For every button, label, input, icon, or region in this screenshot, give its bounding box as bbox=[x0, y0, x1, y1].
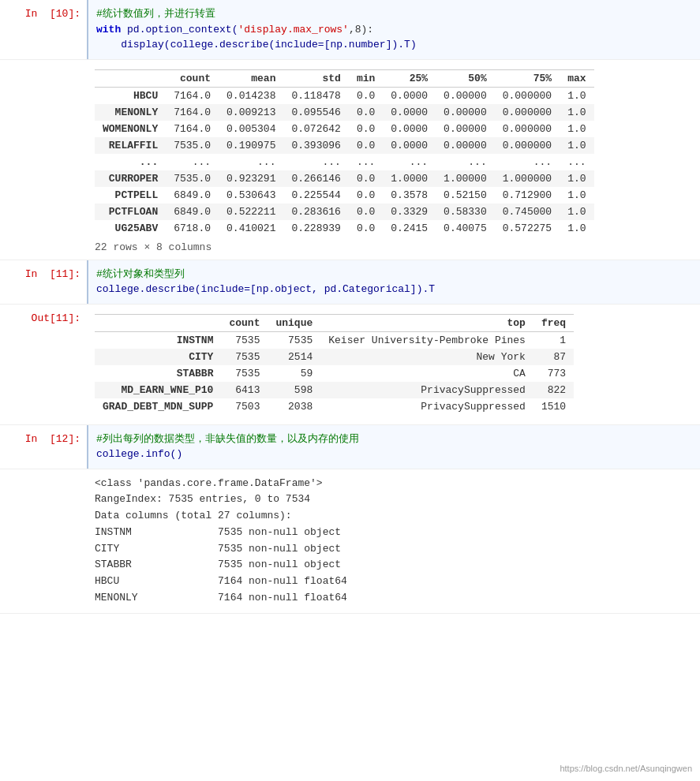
cell: 6849.0 bbox=[166, 204, 219, 220]
cell: 0.745000 bbox=[495, 204, 560, 220]
cell: ... bbox=[560, 154, 593, 170]
cell: 0.0 bbox=[349, 204, 383, 220]
cell: 0.005304 bbox=[219, 121, 283, 137]
cell: 2514 bbox=[268, 349, 320, 365]
cell: 0.0 bbox=[349, 104, 383, 121]
cell: 0.923291 bbox=[219, 170, 283, 187]
cell: 0.283616 bbox=[283, 204, 348, 220]
cell: ... bbox=[495, 154, 560, 170]
cell-label-in10: In [10]: bbox=[0, 0, 87, 59]
cell: ... bbox=[383, 154, 436, 170]
code-in12: #列出每列的数据类型，非缺失值的数量，以及内存的使用 college.info(… bbox=[87, 425, 700, 469]
cell: 0.0 bbox=[349, 137, 383, 154]
cell: 0.410021 bbox=[219, 220, 283, 237]
cell: 7535 bbox=[268, 331, 320, 349]
cell: 0.266146 bbox=[283, 170, 348, 187]
cell: 1.0 bbox=[560, 170, 593, 187]
code-comment-12: #列出每列的数据类型，非缺失值的数量，以及内存的使用 bbox=[96, 432, 692, 447]
cell-in11: In [11]: #统计对象和类型列 college.describe(incl… bbox=[0, 260, 700, 305]
watermark: https://blog.csdn.net/Asunqingwen bbox=[560, 764, 692, 773]
cell: 0.0000 bbox=[383, 121, 436, 137]
cell: 0.393096 bbox=[283, 137, 348, 154]
cell: 0.0 bbox=[349, 87, 383, 104]
cell-out10: count mean std min 25% 50% 75% max HBCU7… bbox=[0, 60, 700, 260]
th-25: 25% bbox=[383, 69, 436, 87]
code-comment-10: #统计数值列，并进行转置 bbox=[96, 6, 692, 22]
cell: 0.00000 bbox=[436, 104, 495, 121]
cell: 1.0 bbox=[560, 87, 593, 104]
th11-freq: freq bbox=[533, 314, 574, 331]
cell: 0.522211 bbox=[219, 204, 283, 220]
cell: ... bbox=[166, 154, 219, 170]
cell-label-out12 bbox=[0, 469, 87, 613]
info-line: <class 'pandas.core.frame.DataFrame'> bbox=[95, 476, 692, 492]
th11-count: count bbox=[221, 314, 268, 331]
cell: 0.0 bbox=[349, 121, 383, 137]
th-mean: mean bbox=[219, 69, 283, 87]
cell: 1.0 bbox=[560, 220, 593, 237]
code-line-12-2: college.info() bbox=[96, 447, 692, 462]
cell: 0.225544 bbox=[283, 187, 348, 204]
cell: New York bbox=[320, 349, 533, 365]
cell: 0.072642 bbox=[283, 121, 348, 137]
info-line: CITY 7535 non-null object bbox=[95, 541, 692, 558]
cell: 7503 bbox=[221, 398, 268, 415]
cell: ... bbox=[283, 154, 348, 170]
cell: 0.000000 bbox=[495, 137, 560, 154]
cell: ... bbox=[436, 154, 495, 170]
th-count: count bbox=[166, 69, 219, 87]
dataframe-11: count unique top freq INSTNM75357535Keis… bbox=[95, 314, 574, 415]
cell: 0.000000 bbox=[495, 104, 560, 121]
code-in11: #统计对象和类型列 college.describe(include=[np.o… bbox=[87, 260, 700, 304]
dataframe-10: count mean std min 25% 50% 75% max HBCU7… bbox=[95, 69, 594, 237]
cell: 0.0 bbox=[349, 187, 383, 204]
cell: 0.0000 bbox=[383, 104, 436, 121]
th-max: max bbox=[560, 69, 593, 87]
notebook: In [10]: #统计数值列，并进行转置 with pd.option_con… bbox=[0, 0, 700, 781]
output-out10: count mean std min 25% 50% 75% max HBCU7… bbox=[87, 60, 700, 260]
output-out11: count unique top freq INSTNM75357535Keis… bbox=[87, 305, 700, 424]
th11-index bbox=[95, 314, 221, 331]
code-line-11-2: college.describe(include=[np.object, pd.… bbox=[96, 282, 692, 297]
th-75: 75% bbox=[495, 69, 560, 87]
row-label: GRAD_DEBT_MDN_SUPP bbox=[95, 398, 221, 415]
cell: ... bbox=[219, 154, 283, 170]
cell: 0.530643 bbox=[219, 187, 283, 204]
info-line: INSTNM 7535 non-null object bbox=[95, 525, 692, 541]
row-label: PCTPELL bbox=[95, 187, 166, 204]
info-output-12: <class 'pandas.core.frame.DataFrame'>Ran… bbox=[95, 476, 692, 607]
th-index bbox=[95, 69, 166, 87]
code-comment-11: #统计对象和类型列 bbox=[96, 267, 692, 282]
cell: 0.0 bbox=[349, 170, 383, 187]
cell: ... bbox=[349, 154, 383, 170]
cell: 7535 bbox=[221, 331, 268, 349]
cell: 7164.0 bbox=[166, 87, 219, 104]
cell: 1.0 bbox=[560, 204, 593, 220]
row-label: CITY bbox=[95, 349, 221, 365]
cell: 0.3578 bbox=[383, 187, 436, 204]
cell: 7535 bbox=[221, 349, 268, 365]
cell: 7164.0 bbox=[166, 104, 219, 121]
cell-label-out11: Out[11]: bbox=[0, 305, 87, 424]
cell: 2038 bbox=[268, 398, 320, 415]
cell: 0.000000 bbox=[495, 121, 560, 137]
cell: 1.0000 bbox=[383, 170, 436, 187]
cell: 0.3329 bbox=[383, 204, 436, 220]
cell: 1.0 bbox=[560, 187, 593, 204]
cell: 59 bbox=[268, 365, 320, 382]
df-footer-10: 22 rows × 8 columns bbox=[95, 241, 692, 253]
code-line-10-2: with pd.option_context('display.max_rows… bbox=[96, 22, 692, 38]
code-line-10-3: display(college.describe(include=[np.num… bbox=[96, 37, 692, 53]
cell: 0.572275 bbox=[495, 220, 560, 237]
cell: 1.00000 bbox=[436, 170, 495, 187]
cell: 0.095546 bbox=[283, 104, 348, 121]
th-std: std bbox=[283, 69, 348, 87]
cell: 0.190975 bbox=[219, 137, 283, 154]
row-label: STABBR bbox=[95, 365, 221, 382]
cell: 7164.0 bbox=[166, 121, 219, 137]
th11-unique: unique bbox=[268, 314, 320, 331]
cell: 773 bbox=[533, 365, 574, 382]
cell: 0.0 bbox=[349, 220, 383, 237]
cell: 0.00000 bbox=[436, 87, 495, 104]
cell: 0.712900 bbox=[495, 187, 560, 204]
